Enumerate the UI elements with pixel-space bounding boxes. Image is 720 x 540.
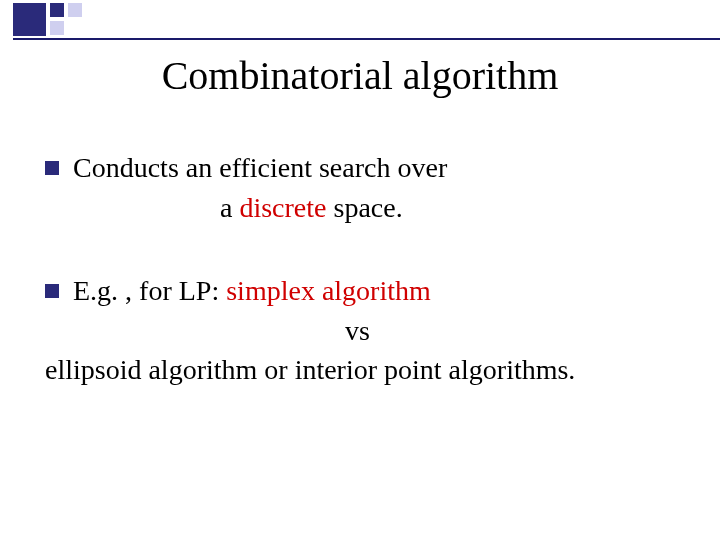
bullet-1-line-2-suffix: space. — [327, 192, 403, 223]
discrete-highlight: discrete — [239, 192, 326, 223]
deco-square-small-light-1 — [50, 21, 64, 35]
simplex-highlight: simplex algorithm — [226, 275, 431, 306]
deco-square-small-dark — [50, 3, 64, 17]
bullet-2-line-3: ellipsoid algorithm or interior point al… — [45, 352, 690, 388]
deco-square-small-light-2 — [68, 3, 82, 17]
slide-title: Combinatorial algorithm — [0, 52, 720, 99]
bullet-1-line-2: a discrete space. — [45, 190, 690, 226]
header-divider — [13, 38, 720, 40]
bullet-block-2: E.g. , for LP: simplex algorithm vs elli… — [45, 273, 690, 388]
bullet-2-prefix: E.g. , for LP: — [73, 275, 226, 306]
bullet-icon — [45, 284, 59, 298]
bullet-icon — [45, 161, 59, 175]
bullet-1-text: Conducts an efficient search over — [73, 150, 690, 186]
bullet-1-line-1: Conducts an efficient search over — [73, 152, 447, 183]
bullet-item-1: Conducts an efficient search over — [45, 150, 690, 186]
corner-decoration — [0, 0, 105, 42]
vs-text: vs — [45, 313, 690, 349]
bullet-2-text: E.g. , for LP: simplex algorithm — [73, 273, 690, 309]
slide-content: Conducts an efficient search over a disc… — [45, 150, 690, 388]
bullet-1-line-2-prefix: a — [220, 192, 239, 223]
bullet-item-2: E.g. , for LP: simplex algorithm — [45, 273, 690, 309]
deco-square-large — [13, 3, 46, 36]
